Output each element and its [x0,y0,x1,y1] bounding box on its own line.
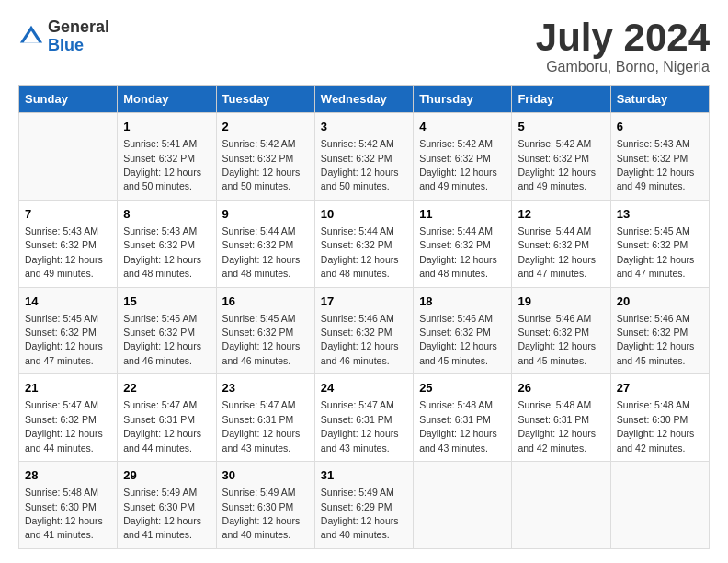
day-info: Sunrise: 5:48 AM Sunset: 6:30 PM Dayligh… [617,399,695,453]
day-number: 8 [123,206,210,223]
calendar-cell: 30Sunrise: 5:49 AM Sunset: 6:30 PM Dayli… [216,462,314,549]
week-row-4: 21Sunrise: 5:47 AM Sunset: 6:32 PM Dayli… [19,374,710,462]
calendar-cell [610,462,709,549]
day-info: Sunrise: 5:45 AM Sunset: 6:32 PM Dayligh… [617,225,695,279]
calendar-cell: 19Sunrise: 5:46 AM Sunset: 6:32 PM Dayli… [512,287,610,374]
day-info: Sunrise: 5:46 AM Sunset: 6:32 PM Dayligh… [617,313,695,366]
calendar-cell: 25Sunrise: 5:48 AM Sunset: 6:31 PM Dayli… [414,374,512,462]
logo-icon [18,24,44,50]
day-number: 7 [25,206,111,223]
logo-general: General [48,18,109,37]
calendar-cell: 29Sunrise: 5:49 AM Sunset: 6:30 PM Dayli… [118,462,216,549]
calendar-cell: 23Sunrise: 5:47 AM Sunset: 6:31 PM Dayli… [216,374,314,462]
day-info: Sunrise: 5:43 AM Sunset: 6:32 PM Dayligh… [617,138,695,191]
day-number: 20 [617,293,703,310]
day-info: Sunrise: 5:42 AM Sunset: 6:32 PM Dayligh… [321,138,399,191]
day-info: Sunrise: 5:44 AM Sunset: 6:32 PM Dayligh… [222,225,301,279]
day-number: 10 [321,206,407,223]
calendar-cell: 17Sunrise: 5:46 AM Sunset: 6:32 PM Dayli… [314,287,413,374]
calendar-cell: 13Sunrise: 5:45 AM Sunset: 6:32 PM Dayli… [610,200,709,287]
day-info: Sunrise: 5:44 AM Sunset: 6:32 PM Dayligh… [518,225,596,279]
calendar-cell: 28Sunrise: 5:48 AM Sunset: 6:30 PM Dayli… [19,462,118,549]
day-number: 30 [222,467,309,484]
calendar-cell [414,462,512,549]
calendar-cell: 27Sunrise: 5:48 AM Sunset: 6:30 PM Dayli… [610,374,709,462]
col-header-sunday: Sunday [19,86,118,113]
day-info: Sunrise: 5:46 AM Sunset: 6:32 PM Dayligh… [419,313,497,366]
day-number: 22 [123,380,210,396]
day-info: Sunrise: 5:43 AM Sunset: 6:32 PM Dayligh… [25,225,103,279]
calendar-cell [19,113,118,201]
day-number: 17 [321,293,407,310]
calendar-cell: 14Sunrise: 5:45 AM Sunset: 6:32 PM Dayli… [19,287,118,374]
day-number: 23 [222,380,309,396]
day-info: Sunrise: 5:47 AM Sunset: 6:32 PM Dayligh… [25,399,103,453]
calendar-cell [512,462,610,549]
day-number: 29 [123,467,210,484]
day-info: Sunrise: 5:45 AM Sunset: 6:32 PM Dayligh… [222,313,301,366]
day-info: Sunrise: 5:44 AM Sunset: 6:32 PM Dayligh… [419,225,497,279]
col-header-tuesday: Tuesday [216,86,314,113]
calendar-cell: 24Sunrise: 5:47 AM Sunset: 6:31 PM Dayli… [314,374,413,462]
day-number: 19 [518,293,604,310]
col-header-wednesday: Wednesday [314,86,413,113]
day-info: Sunrise: 5:41 AM Sunset: 6:32 PM Dayligh… [123,138,201,191]
day-number: 9 [222,206,309,223]
calendar-cell: 26Sunrise: 5:48 AM Sunset: 6:31 PM Dayli… [512,374,610,462]
day-info: Sunrise: 5:42 AM Sunset: 6:32 PM Dayligh… [419,138,497,191]
col-header-thursday: Thursday [414,86,512,113]
day-info: Sunrise: 5:47 AM Sunset: 6:31 PM Dayligh… [222,399,301,453]
calendar-cell: 3Sunrise: 5:42 AM Sunset: 6:32 PM Daylig… [314,113,413,201]
day-number: 11 [419,206,506,223]
day-info: Sunrise: 5:46 AM Sunset: 6:32 PM Dayligh… [518,313,596,366]
day-info: Sunrise: 5:49 AM Sunset: 6:30 PM Dayligh… [222,487,301,540]
calendar-cell: 22Sunrise: 5:47 AM Sunset: 6:31 PM Dayli… [118,374,216,462]
day-number: 16 [222,293,309,310]
col-header-monday: Monday [118,86,216,113]
calendar-cell: 4Sunrise: 5:42 AM Sunset: 6:32 PM Daylig… [414,113,512,201]
day-number: 12 [518,206,604,223]
calendar-cell: 12Sunrise: 5:44 AM Sunset: 6:32 PM Dayli… [512,200,610,287]
day-info: Sunrise: 5:45 AM Sunset: 6:32 PM Dayligh… [123,313,201,366]
calendar-cell: 11Sunrise: 5:44 AM Sunset: 6:32 PM Dayli… [414,200,512,287]
day-info: Sunrise: 5:46 AM Sunset: 6:32 PM Dayligh… [321,313,399,366]
week-row-2: 7Sunrise: 5:43 AM Sunset: 6:32 PM Daylig… [19,200,710,287]
calendar-cell: 10Sunrise: 5:44 AM Sunset: 6:32 PM Dayli… [314,200,413,287]
calendar-cell: 21Sunrise: 5:47 AM Sunset: 6:32 PM Dayli… [19,374,118,462]
day-info: Sunrise: 5:49 AM Sunset: 6:29 PM Dayligh… [321,487,399,540]
title-section: July 2024 Gamboru, Borno, Nigeria [536,18,710,75]
week-row-3: 14Sunrise: 5:45 AM Sunset: 6:32 PM Dayli… [19,287,710,374]
day-number: 27 [617,380,703,396]
logo-text: General Blue [48,18,109,55]
day-info: Sunrise: 5:45 AM Sunset: 6:32 PM Dayligh… [25,313,103,366]
day-info: Sunrise: 5:47 AM Sunset: 6:31 PM Dayligh… [321,399,399,453]
day-number: 24 [321,380,407,396]
calendar-cell: 9Sunrise: 5:44 AM Sunset: 6:32 PM Daylig… [216,200,314,287]
day-info: Sunrise: 5:47 AM Sunset: 6:31 PM Dayligh… [123,399,201,453]
col-header-saturday: Saturday [610,86,709,113]
day-number: 6 [617,119,703,135]
day-number: 28 [25,467,111,484]
page-header: General Blue July 2024 Gamboru, Borno, N… [18,18,710,75]
day-info: Sunrise: 5:42 AM Sunset: 6:32 PM Dayligh… [518,138,596,191]
day-number: 3 [321,119,407,135]
day-number: 4 [419,119,506,135]
calendar-cell: 7Sunrise: 5:43 AM Sunset: 6:32 PM Daylig… [19,200,118,287]
calendar-cell: 5Sunrise: 5:42 AM Sunset: 6:32 PM Daylig… [512,113,610,201]
day-info: Sunrise: 5:42 AM Sunset: 6:32 PM Dayligh… [222,138,301,191]
day-number: 13 [617,206,703,223]
day-number: 1 [123,119,210,135]
day-number: 25 [419,380,506,396]
main-title: July 2024 [536,18,710,57]
day-number: 26 [518,380,604,396]
calendar-cell: 6Sunrise: 5:43 AM Sunset: 6:32 PM Daylig… [610,113,709,201]
day-info: Sunrise: 5:44 AM Sunset: 6:32 PM Dayligh… [321,225,399,279]
day-number: 21 [25,380,111,396]
subtitle: Gamboru, Borno, Nigeria [536,59,710,75]
day-info: Sunrise: 5:48 AM Sunset: 6:30 PM Dayligh… [25,487,103,540]
day-number: 15 [123,293,210,310]
day-info: Sunrise: 5:49 AM Sunset: 6:30 PM Dayligh… [123,487,201,540]
logo-blue: Blue [48,37,109,55]
calendar-cell: 2Sunrise: 5:42 AM Sunset: 6:32 PM Daylig… [216,113,314,201]
day-info: Sunrise: 5:43 AM Sunset: 6:32 PM Dayligh… [123,225,201,279]
